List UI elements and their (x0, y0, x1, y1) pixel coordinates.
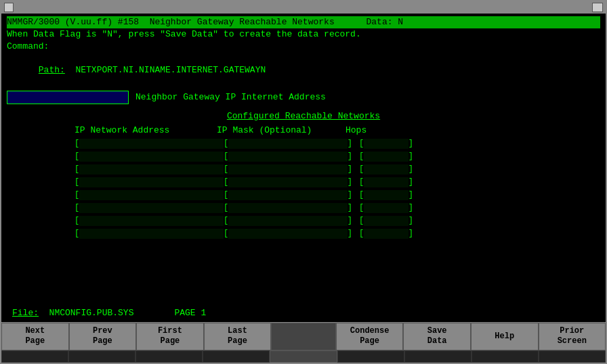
sub-slot-7 (404, 350, 472, 363)
table-row: [ ] (75, 202, 217, 214)
sub-slot-1 (1, 350, 68, 363)
table-row: [ ] (224, 177, 352, 188)
col-header-mask: IP Mask (Optional) (217, 125, 346, 135)
sub-slot-9 (539, 350, 606, 363)
table-row: [ ] (359, 228, 413, 240)
table-row: [ ] (224, 164, 352, 175)
save-data-button[interactable]: SaveData (403, 323, 471, 350)
table-row: [ ] (75, 189, 217, 201)
table-row: [ ] (359, 189, 413, 201)
table-row: [ ] (359, 202, 413, 214)
header-command: Command: (7, 41, 600, 53)
table-row: [ ] (75, 177, 217, 188)
main-window: NMMGR/3000 (V.uu.ff) #158 Neighbor Gatew… (0, 0, 607, 364)
ip-column: [ ] [ ] [ ] [ ] [ (75, 138, 217, 306)
next-page-button[interactable]: NextPage (1, 323, 69, 350)
button-bar: NextPage PrevPage FirstPage LastPage Con… (1, 322, 606, 350)
sub-slot-3 (135, 350, 203, 363)
table-row: [ ] (359, 164, 413, 175)
table-row: [ ] (75, 215, 217, 227)
table-row: [ ] (359, 151, 413, 162)
header-line2: When Data Flag is "N", press "Save Data"… (7, 28, 600, 41)
table-row: [ ] (224, 202, 352, 214)
title-bar-controls (4, 3, 14, 12)
sub-slot-5 (270, 350, 337, 363)
page-indicator: PAGE 1 (174, 308, 206, 318)
sub-slot-8 (472, 350, 539, 363)
table-row: [ ] (359, 215, 413, 227)
table-row: [ ] (224, 189, 352, 201)
help-button[interactable]: Help (471, 323, 539, 350)
ip-address-row: Neighbor Gateway IP Internet Address (7, 91, 600, 104)
table-row: [ ] (224, 228, 352, 240)
table-row: [ ] (75, 228, 217, 240)
empty-slot (271, 323, 336, 350)
sub-slot-6 (337, 350, 404, 363)
path-line: Path: NETXPORT.NI.NINAME.INTERNET.GATEWA… (7, 55, 600, 85)
table-headers: IP Network Address IP Mask (Optional) Ho… (7, 125, 600, 135)
mask-column: [ ] [ ] [ ] [ ] [ (224, 138, 352, 306)
col-header-hops: Hops (346, 125, 400, 135)
table-row: [ ] (224, 138, 352, 150)
prev-page-button[interactable]: PrevPage (69, 323, 137, 350)
table-row: [ ] (75, 164, 217, 175)
sub-slot-4 (203, 350, 270, 363)
table-row: [ ] (359, 138, 413, 150)
section-title: Configured Reachable Networks (7, 111, 600, 121)
col-header-ip: IP Network Address (75, 125, 217, 135)
table-row: [ ] (359, 177, 413, 188)
path-label: Path: (39, 65, 65, 75)
header-line1: NMMGR/3000 (V.uu.ff) #158 Neighbor Gatew… (7, 16, 600, 28)
table-row: [ ] (75, 151, 217, 162)
main-content: NMMGR/3000 (V.uu.ff) #158 Neighbor Gatew… (1, 14, 606, 322)
table-row: [ ] (224, 151, 352, 162)
table-body: [ ] [ ] [ ] [ ] [ (7, 138, 600, 306)
first-page-button[interactable]: FirstPage (136, 323, 204, 350)
table-section: IP Network Address IP Mask (Optional) Ho… (7, 125, 600, 306)
file-label: File: NMCONFIG.PUB.SYS (12, 308, 133, 318)
hops-column: [ ] [ ] [ ] [ ] [ ] [ ] [ ] [ ] (359, 138, 413, 306)
title-bar (1, 1, 606, 14)
gateway-ip-input[interactable] (7, 91, 129, 104)
prior-screen-button[interactable]: PriorScreen (539, 323, 606, 350)
ip-address-label: Neighbor Gateway IP Internet Address (135, 92, 326, 102)
path-value: NETXPORT.NI.NINAME.INTERNET.GATEWAYN (65, 65, 266, 75)
sub-slot-2 (68, 350, 135, 363)
sub-button-bar (1, 350, 606, 363)
footer-file-info: File: NMCONFIG.PUB.SYS PAGE 1 (7, 306, 600, 319)
table-row: [ ] (224, 215, 352, 227)
table-row: [ ] (75, 138, 217, 150)
condense-page-button[interactable]: CondensePage (336, 323, 404, 350)
minimize-button[interactable] (4, 3, 14, 12)
last-page-button[interactable]: LastPage (204, 323, 272, 350)
maximize-button[interactable] (592, 3, 603, 12)
